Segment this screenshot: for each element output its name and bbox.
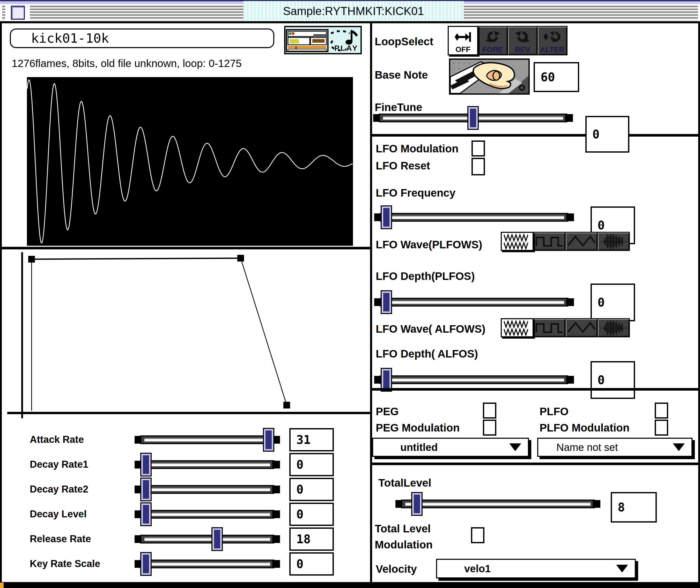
saw-wave-icon — [502, 233, 533, 250]
peg-preset-dropdown[interactable]: untitled — [372, 438, 529, 457]
play-button[interactable]: PLAY — [284, 26, 362, 54]
adsr-row-value[interactable]: 31 — [289, 428, 334, 451]
adsr-row-slider[interactable] — [135, 527, 280, 552]
plfo-modulation-label: PLFO Modulation — [540, 421, 630, 434]
square-wave-icon — [534, 233, 565, 250]
wave-saw-button[interactable] — [501, 318, 534, 337]
loop-button-label: OFF — [456, 44, 471, 54]
total-level-slider[interactable] — [396, 492, 600, 516]
adsr-row-thumb[interactable] — [211, 527, 223, 551]
section-divider-2 — [372, 388, 700, 391]
adsr-row-value[interactable]: 0 — [289, 453, 334, 476]
loop-fore-button[interactable]: FORE — [478, 26, 508, 55]
title-bar[interactable]: Sample:RYTHMKIT:KICK01 — [0, 0, 700, 23]
waveform-plot — [27, 77, 353, 246]
adsr-row-slider[interactable] — [135, 502, 280, 527]
fine-tune-slider[interactable] — [373, 106, 573, 130]
adsr-row-slider[interactable] — [135, 427, 280, 452]
wave-saw-button[interactable] — [501, 232, 534, 251]
slider-track[interactable] — [140, 560, 274, 568]
base-note-keyboard-button[interactable] — [449, 58, 530, 95]
peg-modulation-checkbox[interactable] — [483, 420, 496, 436]
adsr-row-value[interactable]: 18 — [289, 527, 334, 551]
adsr-row-slider[interactable] — [135, 452, 280, 477]
base-note-value[interactable]: 60 — [534, 62, 579, 92]
lfo-modulation-checkbox[interactable] — [472, 140, 485, 157]
lfo-reset-checkbox[interactable] — [472, 158, 485, 175]
wave-noise-button[interactable] — [597, 232, 630, 251]
adsr-row-label: Decay Rate2 — [30, 483, 88, 495]
wave-square-button[interactable] — [533, 232, 566, 251]
velocity-dropdown[interactable]: velo1 — [436, 559, 636, 578]
slider-track[interactable] — [380, 298, 568, 307]
window-border-bottom — [0, 582, 700, 588]
adsr-row-value[interactable]: 0 — [289, 503, 334, 526]
envelope-handle[interactable] — [237, 255, 244, 262]
adsr-row-thumb[interactable] — [140, 478, 152, 501]
adsr-row-slider[interactable] — [135, 552, 280, 576]
adsr-row-slider[interactable] — [135, 477, 280, 502]
play-button-label: PLAY — [334, 44, 359, 53]
slider-track[interactable] — [380, 375, 568, 384]
slider-track[interactable] — [401, 500, 595, 508]
envelope-y-axis — [21, 252, 23, 418]
adsr-row-thumb[interactable] — [263, 428, 274, 452]
adsr-row-label: Release Rate — [30, 533, 91, 545]
wave-triangle-button[interactable] — [565, 318, 598, 337]
panel-divider — [370, 23, 372, 588]
total-level-thumb[interactable] — [411, 492, 423, 516]
envelope-handle[interactable] — [28, 256, 35, 263]
slider-track[interactable] — [140, 435, 274, 444]
close-box[interactable] — [11, 6, 25, 20]
lfo-frequency-label: LFO Frequency — [376, 187, 456, 199]
lfo-depth-plfos-slider[interactable] — [374, 290, 574, 315]
plfo-preset-dropdown[interactable]: Name not set — [537, 438, 692, 457]
peg-modulation-label: PEG Modulation — [376, 421, 460, 434]
loop-alter-button[interactable]: ALTER — [537, 26, 568, 55]
lfo-depth-plfos-value[interactable]: 0 — [591, 284, 635, 321]
envelope-handle[interactable] — [283, 402, 290, 408]
adsr-row-value[interactable]: 0 — [289, 552, 334, 576]
adsr-row-thumb[interactable] — [140, 552, 152, 576]
dropdown-arrow-icon — [616, 565, 628, 572]
lfo-modulation-label: LFO Modulation — [376, 142, 459, 155]
loop-button-label: FORE — [482, 45, 503, 55]
triangle-wave-icon — [566, 233, 597, 250]
waveform-envelope-separator — [0, 247, 372, 249]
loop-rev-button[interactable]: REV — [507, 26, 538, 55]
envelope-lines — [0, 243, 372, 424]
sample-name-input[interactable]: kick01-10k — [10, 28, 274, 48]
adsr-row-label: Decay Level — [30, 508, 87, 520]
wave-noise-button[interactable] — [597, 318, 630, 337]
triangle-wave-icon — [566, 319, 597, 336]
peg-checkbox[interactable] — [483, 403, 496, 419]
dropdown-arrow-icon — [673, 443, 685, 451]
lfo-frequency-slider[interactable] — [374, 205, 574, 230]
lfo-frequency-thumb[interactable] — [381, 205, 392, 229]
adsr-row-value[interactable]: 0 — [289, 478, 334, 501]
slider-track[interactable] — [140, 485, 274, 494]
total-level-modulation-label-line2: Modulation — [375, 538, 433, 551]
total-level-modulation-checkbox[interactable] — [471, 527, 485, 543]
adsr-row-thumb[interactable] — [140, 502, 152, 526]
slider-track[interactable] — [140, 460, 274, 469]
waveform-display[interactable] — [27, 77, 353, 246]
slider-track[interactable] — [140, 535, 274, 544]
plfo-modulation-checkbox[interactable] — [655, 420, 668, 436]
lfo-depth-alfos-value[interactable]: 0 — [591, 361, 635, 399]
lfo-depth-plfos-thumb[interactable] — [381, 290, 392, 314]
total-level-value[interactable]: 8 — [611, 492, 657, 523]
plfo-checkbox[interactable] — [655, 403, 668, 419]
fine-tune-value[interactable]: 0 — [585, 116, 629, 153]
fine-tune-thumb[interactable] — [467, 106, 479, 130]
noise-wave-icon — [598, 319, 629, 336]
adsr-row-thumb[interactable] — [140, 453, 152, 477]
plfo-preset-value: Name not set — [538, 442, 618, 453]
slider-track[interactable] — [380, 213, 568, 222]
loop-off-button[interactable]: OFF — [448, 26, 478, 55]
total-level-modulation-label-line1: Total Level — [375, 522, 431, 535]
wave-triangle-button[interactable] — [565, 232, 598, 251]
adsr-row-label: Attack Rate — [30, 434, 84, 445]
slider-track[interactable] — [140, 510, 274, 519]
wave-square-button[interactable] — [533, 318, 566, 337]
